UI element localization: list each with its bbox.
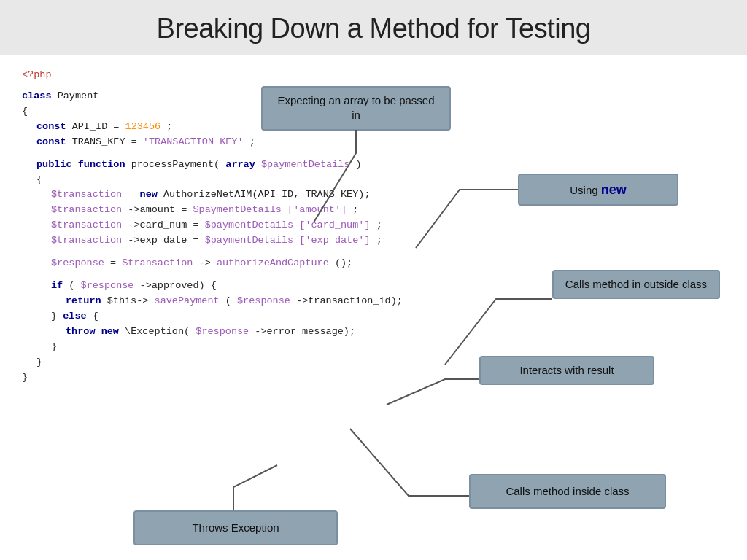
- php-tag: <?php: [22, 69, 52, 80]
- else-line: } else {: [22, 309, 725, 324]
- response-line: $response = $transaction -> authorizeAnd…: [22, 256, 725, 271]
- php-tag-line: <?php: [22, 68, 725, 83]
- callout-interacts-result: Interacts with result: [479, 356, 654, 385]
- callout-array-passed: Expecting an array to be passed in: [261, 86, 451, 131]
- throw-line: throw new \Exception( $response ->error_…: [22, 324, 725, 340]
- close3-line: }: [22, 340, 725, 355]
- class-keyword: class: [22, 90, 52, 101]
- callout-calls-outside: Calls method in outside class: [552, 270, 720, 299]
- func-signature-line: public function processPayment( array $p…: [22, 158, 725, 173]
- callout-calls-inside: Calls method inside class: [469, 474, 666, 509]
- card-line: $transaction ->card_num = $paymentDetail…: [22, 218, 725, 233]
- page-title: Breaking Down a Method for Testing: [0, 0, 747, 55]
- exp-line: $transaction ->exp_date = $paymentDetail…: [22, 233, 725, 249]
- callout-using-new: Using new: [518, 174, 678, 206]
- class-name: Payment: [58, 90, 99, 101]
- const2-line: const TRANS_KEY = 'TRANSACTION KEY' ;: [22, 135, 725, 150]
- callout-throws-exception: Throws Exception: [133, 510, 338, 545]
